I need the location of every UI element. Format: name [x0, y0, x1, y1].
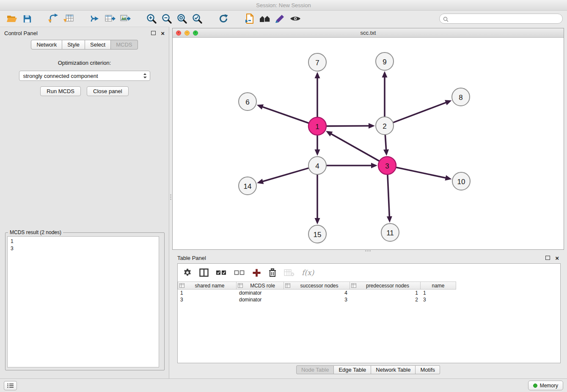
home-button[interactable] — [257, 12, 272, 25]
zoom-selected-button[interactable] — [190, 12, 205, 25]
graph-node-7[interactable]: 7 — [308, 53, 326, 71]
tab-network-table[interactable]: Network Table — [371, 365, 416, 374]
window-close-icon[interactable]: × — [176, 30, 181, 36]
graph-node-6[interactable]: 6 — [239, 93, 256, 110]
edge-arrowhead-icon — [257, 179, 264, 184]
graph-edge-2-3[interactable] — [385, 135, 386, 151]
graph-node-11[interactable]: 11 — [381, 224, 399, 241]
function-builder-button: f(x) — [302, 266, 314, 279]
zoom-out-button[interactable] — [159, 12, 174, 25]
import-table-button[interactable] — [61, 12, 76, 25]
export-network-icon — [90, 14, 100, 24]
close-panel-button[interactable]: Close panel — [87, 86, 129, 96]
show-columns-button[interactable] — [199, 266, 209, 279]
column-edit-icon — [351, 283, 356, 288]
graph-node-8[interactable]: 8 — [452, 88, 470, 106]
tab-style[interactable]: Style — [62, 40, 85, 50]
graph-edge-3-11[interactable] — [388, 174, 390, 218]
tab-motifs[interactable]: Motifs — [416, 365, 440, 374]
graph-node-15[interactable]: 15 — [308, 225, 326, 243]
graph-node-9[interactable]: 9 — [376, 52, 394, 70]
eye-button[interactable] — [288, 12, 303, 25]
cell-mcds-role: dominator — [237, 297, 284, 303]
network-graph-canvas[interactable]: 7968124314101511 — [173, 38, 564, 249]
mcds-result-title: MCDS result (2 nodes) — [8, 229, 63, 235]
graph-node-10[interactable]: 10 — [452, 172, 470, 190]
zoom-selected-icon — [192, 13, 203, 24]
style-brush-button[interactable] — [272, 12, 288, 25]
column-header-name[interactable]: name — [421, 282, 456, 290]
graph-node-14[interactable]: 14 — [239, 177, 256, 195]
import-group — [46, 12, 76, 25]
edge-arrowhead-icon — [257, 104, 264, 109]
graph-node-label: 1 — [315, 123, 319, 131]
tab-edge-table[interactable]: Edge Table — [334, 365, 371, 374]
column-header-predecessor-nodes[interactable]: predecessor nodes — [350, 282, 421, 290]
zoom-fit-button[interactable] — [174, 12, 190, 25]
graph-node-label: 3 — [385, 162, 389, 170]
window-minimize-icon[interactable]: − — [184, 30, 190, 36]
edge-arrowhead-icon — [445, 175, 451, 181]
column-header-shared-name[interactable]: shared name — [178, 282, 237, 290]
graph-node-2[interactable]: 2 — [376, 117, 394, 135]
table-panel: Table Panel × — [172, 252, 564, 376]
graph-edge-2-8[interactable] — [393, 102, 447, 122]
table-row[interactable]: 3 dominator 3 2 3 — [178, 296, 560, 303]
graph-edge-1-6[interactable] — [261, 107, 309, 123]
refresh-layout-button[interactable] — [216, 12, 231, 25]
memory-status-icon — [533, 384, 537, 388]
cell-name: 3 — [421, 297, 456, 303]
search-input[interactable] — [439, 14, 563, 24]
edge-arrowhead-icon — [315, 218, 320, 224]
cell-shared-name: 1 — [178, 290, 237, 296]
window-zoom-icon[interactable]: + — [193, 30, 198, 36]
tab-network[interactable]: Network — [31, 40, 62, 50]
close-table-panel-icon[interactable]: × — [555, 255, 559, 261]
table-settings-button[interactable] — [183, 266, 192, 279]
tab-mcds[interactable]: MCDS — [111, 40, 138, 50]
edge-arrowhead-icon — [387, 216, 392, 223]
run-mcds-button[interactable]: Run MCDS — [40, 86, 81, 96]
graph-node-1[interactable]: 1 — [308, 117, 326, 135]
float-panel-icon[interactable] — [151, 31, 156, 35]
graph-edge-3-1[interactable] — [330, 133, 379, 161]
deselect-all-button[interactable] — [234, 266, 245, 279]
graph-node-3[interactable]: 3 — [378, 157, 396, 174]
graph-edge-1-2[interactable] — [326, 126, 370, 126]
tab-node-table[interactable]: Node Table — [296, 365, 334, 374]
mcds-panel-body: Optimization criterion: strongly connect… — [0, 50, 169, 376]
graph-edge-3-10[interactable] — [396, 167, 447, 178]
export-image-button[interactable] — [118, 12, 133, 25]
import-network-button[interactable] — [46, 12, 61, 25]
zoom-in-icon — [146, 13, 157, 24]
delete-column-button[interactable] — [268, 266, 277, 279]
column-header-mcds-role[interactable]: MCDS role — [237, 282, 284, 290]
task-history-button[interactable] — [4, 381, 17, 390]
memory-button[interactable]: Memory — [528, 381, 563, 390]
tab-select[interactable]: Select — [85, 40, 111, 50]
deselect-all-icon — [234, 269, 245, 276]
export-network-button[interactable] — [87, 12, 102, 25]
import-table-icon — [63, 14, 74, 24]
plus-icon — [252, 268, 261, 277]
column-header-successor-nodes[interactable]: successor nodes — [284, 282, 350, 290]
float-table-panel-icon[interactable] — [545, 256, 550, 260]
cell-successor-nodes: 3 — [284, 297, 350, 303]
close-panel-icon[interactable]: × — [161, 30, 165, 36]
table-row[interactable]: 1 dominator 4 1 1 — [178, 290, 560, 296]
add-column-button[interactable] — [252, 266, 261, 279]
select-all-button[interactable] — [216, 266, 227, 279]
delete-table-button — [284, 266, 295, 279]
graph-node-4[interactable]: 4 — [308, 157, 326, 174]
control-panel-header: Control Panel × — [0, 27, 169, 39]
open-session-button[interactable] — [4, 12, 19, 25]
graph-edge-4-14[interactable] — [262, 168, 309, 182]
control-panel-title: Control Panel — [4, 30, 38, 36]
network-file-button[interactable] — [242, 12, 257, 25]
criterion-dropdown[interactable]: strongly connected component — [19, 71, 150, 81]
mcds-result-list[interactable]: 1 3 — [7, 236, 159, 367]
save-session-button[interactable] — [19, 12, 35, 25]
zoom-in-button[interactable] — [144, 12, 159, 25]
network-window-titlebar: scc.txt × − + — [173, 28, 564, 38]
export-table-button[interactable] — [102, 12, 118, 25]
